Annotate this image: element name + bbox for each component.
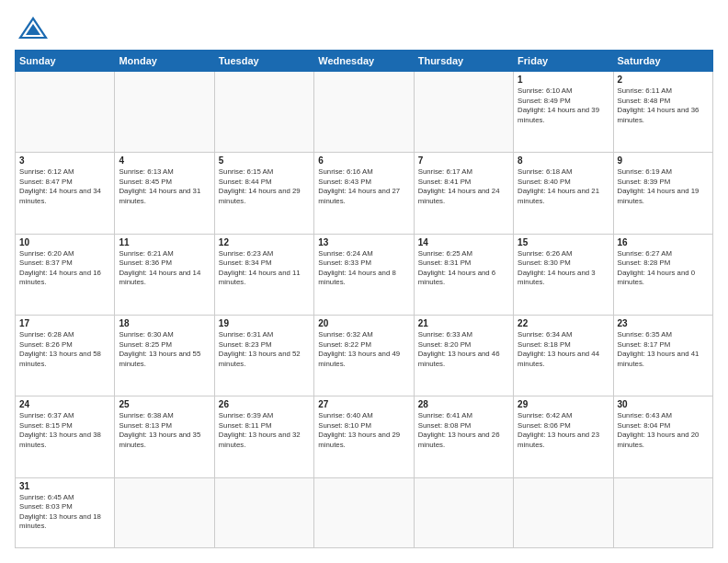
calendar-cell xyxy=(115,477,214,547)
day-number: 27 xyxy=(318,399,409,409)
day-number: 1 xyxy=(518,75,609,85)
calendar-cell: 18Sunrise: 6:30 AM Sunset: 8:25 PM Dayli… xyxy=(115,316,214,396)
day-info: Sunrise: 6:43 AM Sunset: 8:04 PM Dayligh… xyxy=(618,411,709,450)
day-number: 24 xyxy=(19,399,110,409)
weekday-friday: Friday xyxy=(514,51,613,72)
calendar-cell: 27Sunrise: 6:40 AM Sunset: 8:10 PM Dayli… xyxy=(314,396,414,477)
day-number: 8 xyxy=(518,155,609,166)
day-info: Sunrise: 6:26 AM Sunset: 8:30 PM Dayligh… xyxy=(518,249,609,288)
calendar-cell xyxy=(613,477,712,547)
calendar-cell: 6Sunrise: 6:16 AM Sunset: 8:43 PM Daylig… xyxy=(314,153,414,234)
calendar-cell: 28Sunrise: 6:41 AM Sunset: 8:08 PM Dayli… xyxy=(414,396,513,477)
calendar-cell: 9Sunrise: 6:19 AM Sunset: 8:39 PM Daylig… xyxy=(613,153,712,234)
logo-icon xyxy=(17,15,50,40)
calendar-cell xyxy=(314,72,414,153)
week-row-1: 1Sunrise: 6:10 AM Sunset: 8:49 PM Daylig… xyxy=(16,72,713,153)
calendar-cell: 22Sunrise: 6:34 AM Sunset: 8:18 PM Dayli… xyxy=(514,316,613,396)
day-info: Sunrise: 6:19 AM Sunset: 8:39 PM Dayligh… xyxy=(618,167,709,206)
calendar-cell: 20Sunrise: 6:32 AM Sunset: 8:22 PM Dayli… xyxy=(314,316,414,396)
day-info: Sunrise: 6:38 AM Sunset: 8:13 PM Dayligh… xyxy=(119,411,210,450)
header xyxy=(15,15,713,40)
calendar-cell: 14Sunrise: 6:25 AM Sunset: 8:31 PM Dayli… xyxy=(414,234,513,315)
calendar-cell xyxy=(314,477,414,547)
week-row-6: 31Sunrise: 6:45 AM Sunset: 8:03 PM Dayli… xyxy=(16,477,713,547)
weekday-wednesday: Wednesday xyxy=(314,51,414,72)
logo xyxy=(15,15,50,40)
week-row-5: 24Sunrise: 6:37 AM Sunset: 8:15 PM Dayli… xyxy=(16,396,713,477)
day-number: 30 xyxy=(618,399,709,409)
day-info: Sunrise: 6:45 AM Sunset: 8:03 PM Dayligh… xyxy=(19,493,110,532)
calendar-cell: 21Sunrise: 6:33 AM Sunset: 8:20 PM Dayli… xyxy=(414,316,513,396)
day-info: Sunrise: 6:41 AM Sunset: 8:08 PM Dayligh… xyxy=(418,411,509,450)
day-number: 23 xyxy=(618,318,709,328)
day-number: 3 xyxy=(19,155,110,166)
calendar-cell: 23Sunrise: 6:35 AM Sunset: 8:17 PM Dayli… xyxy=(613,316,712,396)
day-info: Sunrise: 6:12 AM Sunset: 8:47 PM Dayligh… xyxy=(19,167,110,206)
day-number: 14 xyxy=(418,237,509,247)
day-number: 28 xyxy=(418,399,509,409)
day-number: 10 xyxy=(19,237,110,247)
calendar-table: SundayMondayTuesdayWednesdayThursdayFrid… xyxy=(15,50,713,548)
calendar-cell: 10Sunrise: 6:20 AM Sunset: 8:37 PM Dayli… xyxy=(16,234,115,315)
day-info: Sunrise: 6:17 AM Sunset: 8:41 PM Dayligh… xyxy=(418,167,509,206)
weekday-thursday: Thursday xyxy=(414,51,513,72)
calendar-cell: 4Sunrise: 6:13 AM Sunset: 8:45 PM Daylig… xyxy=(115,153,214,234)
calendar-cell xyxy=(16,72,115,153)
day-number: 31 xyxy=(19,481,110,491)
day-info: Sunrise: 6:33 AM Sunset: 8:20 PM Dayligh… xyxy=(418,330,509,369)
calendar-cell: 7Sunrise: 6:17 AM Sunset: 8:41 PM Daylig… xyxy=(414,153,513,234)
calendar-cell: 30Sunrise: 6:43 AM Sunset: 8:04 PM Dayli… xyxy=(613,396,712,477)
week-row-2: 3Sunrise: 6:12 AM Sunset: 8:47 PM Daylig… xyxy=(16,153,713,234)
weekday-saturday: Saturday xyxy=(613,51,712,72)
day-number: 11 xyxy=(119,237,210,247)
page: SundayMondayTuesdayWednesdayThursdayFrid… xyxy=(0,0,728,563)
weekday-header-row: SundayMondayTuesdayWednesdayThursdayFrid… xyxy=(16,51,713,72)
calendar-cell: 25Sunrise: 6:38 AM Sunset: 8:13 PM Dayli… xyxy=(115,396,214,477)
day-number: 12 xyxy=(219,237,310,247)
day-number: 9 xyxy=(618,155,709,166)
calendar-cell: 2Sunrise: 6:11 AM Sunset: 8:48 PM Daylig… xyxy=(613,72,712,153)
day-info: Sunrise: 6:15 AM Sunset: 8:44 PM Dayligh… xyxy=(219,167,310,206)
day-number: 17 xyxy=(19,318,110,328)
day-info: Sunrise: 6:27 AM Sunset: 8:28 PM Dayligh… xyxy=(618,249,709,288)
day-number: 2 xyxy=(618,75,709,85)
day-info: Sunrise: 6:21 AM Sunset: 8:36 PM Dayligh… xyxy=(119,249,210,288)
calendar-cell: 19Sunrise: 6:31 AM Sunset: 8:23 PM Dayli… xyxy=(214,316,313,396)
calendar-cell: 26Sunrise: 6:39 AM Sunset: 8:11 PM Dayli… xyxy=(214,396,313,477)
day-info: Sunrise: 6:20 AM Sunset: 8:37 PM Dayligh… xyxy=(19,249,110,288)
day-info: Sunrise: 6:13 AM Sunset: 8:45 PM Dayligh… xyxy=(119,167,210,206)
calendar-cell xyxy=(414,72,513,153)
calendar-cell: 5Sunrise: 6:15 AM Sunset: 8:44 PM Daylig… xyxy=(214,153,313,234)
day-info: Sunrise: 6:31 AM Sunset: 8:23 PM Dayligh… xyxy=(219,330,310,369)
calendar-cell xyxy=(414,477,513,547)
day-number: 16 xyxy=(618,237,709,247)
day-info: Sunrise: 6:16 AM Sunset: 8:43 PM Dayligh… xyxy=(318,167,409,206)
calendar-cell xyxy=(514,477,613,547)
day-number: 20 xyxy=(318,318,409,328)
calendar-cell: 11Sunrise: 6:21 AM Sunset: 8:36 PM Dayli… xyxy=(115,234,214,315)
day-info: Sunrise: 6:39 AM Sunset: 8:11 PM Dayligh… xyxy=(219,411,310,450)
calendar-cell: 3Sunrise: 6:12 AM Sunset: 8:47 PM Daylig… xyxy=(16,153,115,234)
day-number: 13 xyxy=(318,237,409,247)
day-info: Sunrise: 6:32 AM Sunset: 8:22 PM Dayligh… xyxy=(318,330,409,369)
week-row-3: 10Sunrise: 6:20 AM Sunset: 8:37 PM Dayli… xyxy=(16,234,713,315)
day-number: 26 xyxy=(219,399,310,409)
day-number: 4 xyxy=(119,155,210,166)
calendar-cell: 8Sunrise: 6:18 AM Sunset: 8:40 PM Daylig… xyxy=(514,153,613,234)
calendar-cell: 12Sunrise: 6:23 AM Sunset: 8:34 PM Dayli… xyxy=(214,234,313,315)
day-number: 19 xyxy=(219,318,310,328)
day-info: Sunrise: 6:35 AM Sunset: 8:17 PM Dayligh… xyxy=(618,330,709,369)
weekday-tuesday: Tuesday xyxy=(214,51,313,72)
day-number: 29 xyxy=(518,399,609,409)
calendar-cell: 17Sunrise: 6:28 AM Sunset: 8:26 PM Dayli… xyxy=(16,316,115,396)
day-info: Sunrise: 6:40 AM Sunset: 8:10 PM Dayligh… xyxy=(318,411,409,450)
day-number: 18 xyxy=(119,318,210,328)
day-info: Sunrise: 6:24 AM Sunset: 8:33 PM Dayligh… xyxy=(318,249,409,288)
weekday-monday: Monday xyxy=(115,51,214,72)
calendar-cell: 29Sunrise: 6:42 AM Sunset: 8:06 PM Dayli… xyxy=(514,396,613,477)
day-info: Sunrise: 6:30 AM Sunset: 8:25 PM Dayligh… xyxy=(119,330,210,369)
calendar-cell: 15Sunrise: 6:26 AM Sunset: 8:30 PM Dayli… xyxy=(514,234,613,315)
weekday-sunday: Sunday xyxy=(16,51,115,72)
day-info: Sunrise: 6:34 AM Sunset: 8:18 PM Dayligh… xyxy=(518,330,609,369)
calendar-cell: 13Sunrise: 6:24 AM Sunset: 8:33 PM Dayli… xyxy=(314,234,414,315)
